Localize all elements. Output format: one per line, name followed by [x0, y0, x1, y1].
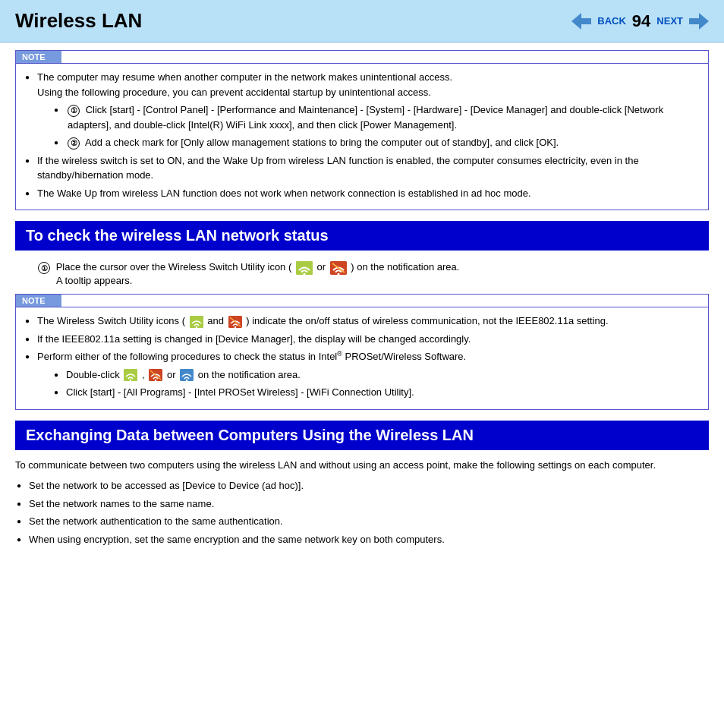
- back-label[interactable]: BACK: [597, 15, 626, 27]
- note1-bullet-1: The computer may resume when another com…: [24, 70, 700, 150]
- svg-marker-0: [571, 13, 591, 30]
- section1-title: To check the wireless LAN network status: [26, 227, 329, 244]
- page-header: Wireless LAN BACK 94 NEXT: [0, 0, 724, 43]
- svg-rect-12: [124, 369, 137, 381]
- section1-step-num: ①: [38, 262, 50, 274]
- note2-sub-2: Click [start] - [All Programs] - [Intel …: [52, 385, 700, 400]
- section2-header: Exchanging Data between Computers Using …: [15, 421, 709, 450]
- note2-sub-list: Double-click ,: [52, 367, 700, 400]
- note-box-1: NOTE The computer may resume when anothe…: [15, 50, 709, 210]
- proset-icon-2: [149, 369, 162, 381]
- page-number: 94: [632, 11, 650, 31]
- note1-step-1: ① Click [start] - [Control Panel] - [Per…: [52, 102, 700, 132]
- note1-bullet-3: The Wake Up from wireless LAN function d…: [24, 186, 700, 201]
- note1-step-2: ② Add a check mark for [Only allow manag…: [52, 135, 700, 150]
- section1-content: ① Place the cursor over the Wireless Swi…: [15, 258, 709, 294]
- step-num-2: ②: [68, 137, 80, 150]
- step-num-1: ①: [68, 105, 80, 117]
- proset-icon-1: [124, 369, 137, 381]
- next-label[interactable]: NEXT: [656, 15, 683, 27]
- section2-content: To communicate between two computers usi…: [15, 458, 709, 547]
- section2-intro: To communicate between two computers usi…: [15, 458, 709, 473]
- note2-bullet-1: The Wireless Switch Utility icons ( and: [24, 314, 700, 329]
- section2-title: Exchanging Data between Computers Using …: [26, 427, 474, 443]
- svg-marker-1: [689, 13, 709, 30]
- section2-bullet-1: Set the network to be accessed as [Devic…: [15, 478, 709, 493]
- section1-step1: ① Place the cursor over the Wireless Swi…: [38, 261, 694, 286]
- note2-bullet-3: Perform either of the following procedur…: [24, 349, 700, 400]
- page-body: NOTE The computer may resume when anothe…: [0, 43, 724, 565]
- wireless-icon-red: [330, 261, 347, 275]
- navigation: BACK 94 NEXT: [571, 11, 709, 31]
- note1-steps: ① Click [start] - [Control Panel] - [Per…: [52, 102, 700, 150]
- note1-bullet-list: The computer may resume when another com…: [24, 70, 700, 200]
- note2-sub-1: Double-click ,: [52, 367, 700, 383]
- back-arrow-icon[interactable]: [571, 13, 591, 30]
- note-label-1: NOTE: [16, 51, 61, 63]
- note1-bullet-2: If the wireless switch is set to ON, and…: [24, 153, 700, 183]
- next-arrow-icon[interactable]: [689, 13, 709, 30]
- utility-icon-green: [190, 316, 203, 328]
- note-content-2: The Wireless Switch Utility icons ( and: [16, 307, 708, 409]
- utility-icon-red: [228, 316, 242, 328]
- section2-bullet-3: Set the network authentication to the sa…: [15, 514, 709, 529]
- note2-bullet-list: The Wireless Switch Utility icons ( and: [24, 314, 700, 400]
- page-title: Wireless LAN: [15, 9, 142, 33]
- note-content-1: The computer may resume when another com…: [16, 63, 708, 210]
- section2-bullet-list: Set the network to be accessed as [Devic…: [15, 478, 709, 547]
- wireless-icon-green: [296, 261, 313, 275]
- note2-bullet-2: If the IEEE802.11a setting is changed in…: [24, 332, 700, 347]
- svg-rect-17: [180, 369, 194, 381]
- section1-header: To check the wireless LAN network status: [15, 221, 709, 251]
- svg-rect-7: [190, 316, 203, 328]
- note-label-2: NOTE: [16, 295, 61, 307]
- section2-bullet-2: Set the network names to the same name.: [15, 496, 709, 512]
- note-box-2: NOTE The Wireless Switch Utility icons (…: [15, 294, 709, 410]
- proset-icon-3: [180, 369, 194, 381]
- section2-bullet-4: When using encryption, set the same encr…: [15, 532, 709, 547]
